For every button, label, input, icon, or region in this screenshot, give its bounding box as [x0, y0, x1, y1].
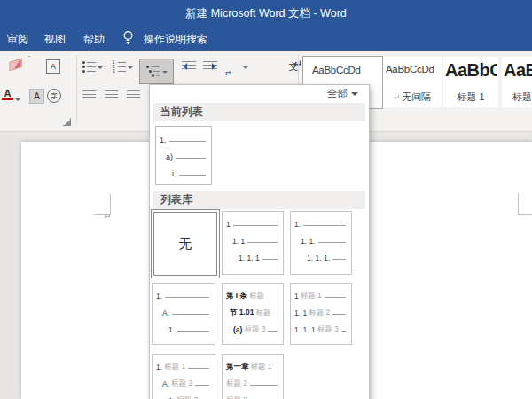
multilevel-list-icon — [146, 66, 160, 77]
asian-layout-dropdown[interactable] — [243, 63, 248, 72]
chevron-down-icon — [98, 66, 103, 72]
section-header-list-library: 列表库 — [153, 191, 365, 209]
margin-cropmark-topright — [518, 193, 519, 215]
multilevel-list-dropdown-panel: 全部 当前列表 1. a) i. 列表库 无 1 1. 1 1. 1. 1 1.… — [149, 84, 370, 399]
library-item-none[interactable]: 无 — [151, 209, 220, 278]
multilevel-list-button[interactable] — [139, 59, 174, 84]
chevron-down-icon — [243, 66, 248, 72]
lightbulb-icon — [122, 30, 134, 48]
word-window: 新建 Microsoft Word 文档 - Word 审阅 视图 帮助 操作说… — [0, 0, 532, 399]
style-label: 标题 — [512, 90, 532, 104]
style-item-heading[interactable]: AaBbCcDd 标题 — [502, 57, 532, 107]
numbered-list-icon: 123 — [113, 61, 126, 73]
decrease-indent-button[interactable] — [182, 61, 196, 72]
bullet-list-button[interactable] — [82, 61, 96, 73]
align-left-button[interactable] — [82, 90, 96, 100]
library-item-numeric[interactable]: 1 1. 1 1. 1. 1 — [222, 211, 284, 275]
clear-formatting-button[interactable] — [9, 60, 22, 69]
current-list-preview[interactable]: 1. a) i. — [155, 126, 212, 185]
chevron-down-icon — [351, 92, 358, 99]
tab-view[interactable]: 视图 — [44, 32, 66, 47]
library-item-alpha[interactable]: 1. A. 1. — [152, 283, 215, 345]
tell-me-search[interactable]: 操作说明搜索 — [144, 32, 207, 47]
chevron-down-icon — [15, 98, 20, 104]
library-item-numeric-dot[interactable]: 1. 1. 1. 1. 1. 1. — [290, 211, 352, 275]
list-number: i. — [172, 169, 176, 178]
bullet-list-icon — [82, 61, 96, 73]
group-divider — [76, 55, 77, 124]
character-shading-icon: A — [29, 89, 44, 104]
decrease-indent-icon — [182, 61, 196, 72]
align-center-button[interactable] — [105, 90, 118, 100]
numbered-list-dropdown[interactable] — [128, 63, 133, 72]
align-left-icon — [82, 90, 96, 100]
section-header-current-list: 当前列表 — [153, 103, 365, 121]
increase-indent-icon — [203, 61, 217, 72]
style-item-heading1[interactable]: AaBbCcDd 标题 1 — [443, 57, 498, 107]
style-label: 标题 1 — [443, 90, 498, 104]
font-color-swatch — [2, 98, 13, 100]
eraser-icon — [9, 58, 21, 71]
list-number: a) — [166, 153, 173, 161]
style-preview: AaBbCcDd — [504, 59, 532, 81]
gallery-filter-dropdown[interactable]: 全部 — [327, 87, 358, 100]
style-preview: AaBbCcDd — [386, 64, 441, 74]
character-shading-button[interactable]: A — [29, 89, 44, 104]
tab-help[interactable]: 帮助 — [83, 32, 105, 47]
align-right-icon — [127, 90, 140, 100]
style-preview: AaBbCcDd — [445, 59, 497, 81]
numbered-list-button[interactable]: 123 — [113, 61, 126, 73]
text-placeholder-line — [179, 175, 207, 176]
font-color-button[interactable]: A — [2, 89, 13, 100]
increase-indent-button[interactable] — [203, 61, 217, 72]
text-placeholder-line — [169, 141, 206, 142]
list-number: 1. — [160, 136, 167, 145]
return-mark-icon: ↵ — [394, 93, 401, 102]
ribbon-tab-bar: 审阅 视图 帮助 操作说明搜索 — [0, 25, 532, 51]
style-label: ↵无间隔 — [383, 90, 442, 104]
tab-review[interactable]: 审阅 — [7, 32, 28, 47]
swap-arrows-icon: ⇄ — [225, 69, 231, 77]
style-item-no-spacing[interactable]: AaBbCcDd ↵无间隔 — [383, 57, 442, 107]
title-bar: 新建 Microsoft Word 文档 - Word — [0, 0, 532, 25]
phonetic-tone-icon: ˇ — [28, 55, 31, 60]
chevron-down-icon — [162, 71, 168, 76]
library-item-heading-numeric[interactable]: 1标题 1 1. 1标题 2 1. 1. 1标题 3 — [290, 283, 352, 345]
library-item-chapter[interactable]: 第一章标题 1 标题 2 标题 3 — [222, 354, 284, 399]
margin-cropmark-topright — [518, 214, 532, 215]
align-center-icon — [105, 90, 118, 100]
text-placeholder-line — [176, 158, 206, 159]
library-item-article-section[interactable]: 第 I 条标题 节 1.01标题 (a)标题 3 — [222, 283, 284, 345]
enclose-characters-icon: 字 — [47, 89, 61, 103]
paragraph-end-mark: ↵ — [104, 212, 111, 222]
gallery-filter-label: 全部 — [327, 87, 348, 100]
library-item-heading-alpha[interactable]: 1.标题 1 A.标题 2 1.标题 3 — [152, 354, 215, 399]
character-border-icon: A — [46, 59, 60, 74]
none-label: 无 — [179, 236, 192, 253]
dialog-launcher-icon[interactable] — [63, 118, 71, 126]
character-border-button[interactable]: A — [46, 59, 60, 74]
enclose-characters-button[interactable]: 字 — [47, 89, 61, 103]
font-color-icon: A — [4, 89, 12, 98]
font-color-dropdown[interactable] — [15, 95, 20, 104]
style-preview: AaBbCcDd — [312, 65, 379, 75]
align-right-button[interactable] — [127, 90, 140, 100]
chevron-down-icon — [128, 66, 133, 72]
bullet-list-dropdown[interactable] — [98, 63, 103, 72]
window-title: 新建 Microsoft Word 文档 - Word — [0, 0, 532, 27]
